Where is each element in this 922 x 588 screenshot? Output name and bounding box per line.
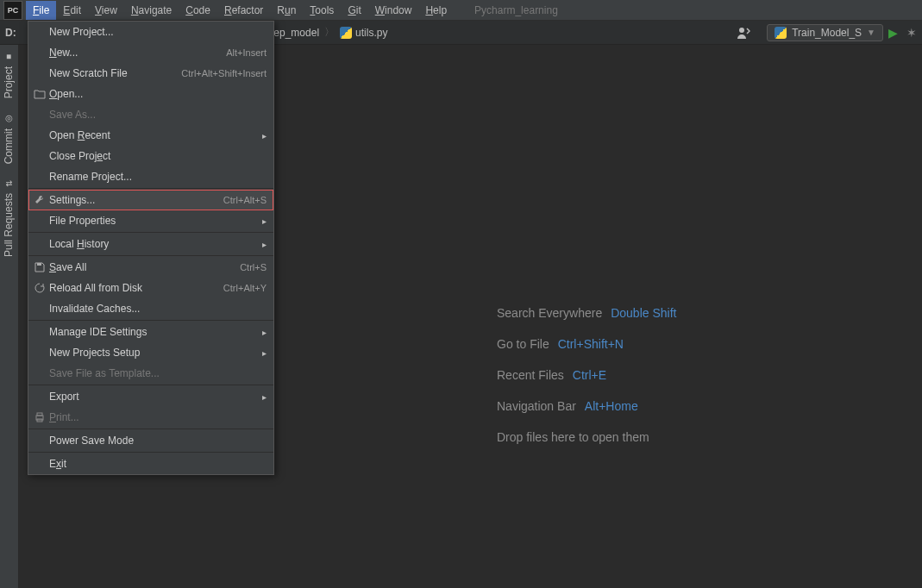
- menu-window[interactable]: Window: [368, 1, 419, 20]
- blank-icon: [32, 149, 47, 163]
- menu-item-print: Print...: [28, 407, 273, 428]
- editor-hint: Go to FileCtrl+Shift+N: [497, 337, 676, 351]
- menu-item-new-project[interactable]: New Project...: [28, 22, 273, 42]
- breadcrumb-separator: 〉: [324, 25, 335, 40]
- menu-item-label: Manage IDE Settings: [49, 326, 262, 338]
- menu-separator: [28, 428, 273, 429]
- menu-item-exit[interactable]: Exit: [28, 454, 273, 474]
- project-name-label: Pycharm_learning: [474, 4, 558, 16]
- menu-file[interactable]: File: [26, 1, 56, 20]
- menu-navigate[interactable]: Navigate: [124, 1, 179, 20]
- tool-tab-pull-requests[interactable]: Pull Requests⇅: [0, 172, 17, 264]
- menu-item-shortcut: Ctrl+Alt+S: [223, 195, 267, 205]
- menu-item-reload-all-from-disk[interactable]: Reload All from DiskCtrl+Alt+Y: [28, 278, 273, 298]
- tool-tab-commit[interactable]: Commit◎: [0, 107, 17, 171]
- menu-item-label: Rename Project...: [49, 171, 267, 183]
- blank-icon: [32, 170, 47, 184]
- blank-icon: [32, 237, 47, 251]
- submenu-arrow-icon: ▸: [262, 328, 267, 337]
- menu-item-new[interactable]: New...Alt+Insert: [28, 42, 273, 63]
- blank-icon: [32, 366, 47, 380]
- menu-item-file-properties[interactable]: File Properties▸: [28, 210, 273, 231]
- editor-hint: Search EverywhereDouble Shift: [497, 306, 676, 320]
- menu-edit[interactable]: Edit: [56, 1, 88, 20]
- hint-label: Drop files here to open them: [497, 430, 649, 444]
- menu-refactor[interactable]: Refactor: [217, 1, 270, 20]
- menu-item-local-history[interactable]: Local History▸: [28, 234, 273, 254]
- blank-icon: [32, 108, 47, 122]
- chevron-down-icon: ▼: [867, 28, 875, 37]
- tool-tab-project[interactable]: Project■: [0, 45, 17, 105]
- menu-item-shortcut: Ctrl+S: [240, 262, 267, 272]
- menu-item-manage-ide-settings[interactable]: Manage IDE Settings▸: [28, 322, 273, 342]
- wrench-icon: [32, 193, 47, 207]
- menu-item-new-scratch-file[interactable]: New Scratch FileCtrl+Alt+Shift+Insert: [28, 63, 273, 84]
- reload-icon: [32, 281, 47, 295]
- tool-window-strip-left: Project■Commit◎Pull Requests⇅: [0, 45, 19, 588]
- hint-shortcut: Double Shift: [611, 306, 676, 320]
- menu-code[interactable]: Code: [179, 1, 217, 20]
- menu-item-save-as: Save As...: [28, 104, 273, 125]
- submenu-arrow-icon: ▸: [262, 348, 267, 358]
- menu-item-open-recent[interactable]: Open Recent▸: [28, 125, 273, 146]
- open-icon: [32, 87, 47, 101]
- menu-help[interactable]: Help: [418, 1, 454, 20]
- tool-tab-label: Pull Requests: [3, 193, 15, 257]
- blank-icon: [32, 457, 47, 471]
- menu-item-new-projects-setup[interactable]: New Projects Setup▸: [28, 342, 273, 363]
- menu-view[interactable]: View: [88, 1, 124, 20]
- menu-item-label: Save File as Template...: [49, 367, 267, 379]
- svg-rect-1: [37, 263, 41, 266]
- breadcrumb-label: eep_model: [268, 27, 319, 39]
- blank-icon: [32, 214, 47, 228]
- breadcrumb-item[interactable]: utils.py: [340, 27, 387, 39]
- menu-item-label: New...: [49, 47, 226, 59]
- blank-icon: [32, 25, 47, 39]
- python-icon: [775, 27, 787, 39]
- gear-icon[interactable]: ✶: [906, 26, 917, 40]
- menu-bar: PC FileEditViewNavigateCodeRefactorRunTo…: [0, 0, 922, 21]
- menu-separator: [28, 255, 273, 256]
- menu-item-power-save-mode[interactable]: Power Save Mode: [28, 430, 273, 451]
- menu-item-label: Reload All from Disk: [49, 282, 223, 294]
- menu-tools[interactable]: Tools: [303, 1, 341, 20]
- menu-item-invalidate-caches[interactable]: Invalidate Caches...: [28, 298, 273, 319]
- editor-hints: Search EverywhereDouble ShiftGo to FileC…: [497, 306, 676, 444]
- menu-item-label: Save All: [49, 261, 240, 273]
- drive-label: D:: [5, 27, 16, 39]
- editor-hint: Drop files here to open them: [497, 430, 676, 444]
- file-menu-dropdown: New Project...New...Alt+InsertNew Scratc…: [28, 21, 274, 475]
- menu-item-label: New Projects Setup: [49, 347, 262, 359]
- blank-icon: [32, 346, 47, 360]
- menu-item-label: Exit: [49, 458, 267, 470]
- menu-item-rename-project[interactable]: Rename Project...: [28, 166, 273, 187]
- menu-separator: [28, 452, 273, 453]
- menu-item-close-project[interactable]: Close Project: [28, 146, 273, 166]
- run-config-dropdown[interactable]: Train_Model_S ▼: [767, 24, 883, 41]
- hint-label: Navigation Bar: [497, 399, 576, 413]
- user-icon[interactable]: [732, 25, 755, 41]
- menu-item-label: Save As...: [49, 109, 267, 121]
- menu-git[interactable]: Git: [341, 1, 367, 20]
- menu-separator: [28, 232, 273, 233]
- hint-shortcut: Ctrl+Shift+N: [558, 337, 624, 351]
- play-icon[interactable]: ▶: [888, 26, 898, 40]
- menu-item-export[interactable]: Export▸: [28, 386, 273, 407]
- menu-item-open[interactable]: Open...: [28, 84, 273, 104]
- menu-item-label: Open Recent: [49, 129, 262, 141]
- hint-shortcut: Alt+Home: [585, 399, 638, 413]
- menu-item-settings[interactable]: Settings...Ctrl+Alt+S: [28, 190, 273, 210]
- breadcrumb-item[interactable]: eep_model: [268, 27, 319, 39]
- menu-item-label: Power Save Mode: [49, 435, 267, 447]
- menu-item-label: Close Project: [49, 150, 267, 162]
- menu-separator: [28, 188, 273, 189]
- menu-item-label: New Scratch File: [49, 67, 181, 79]
- hint-label: Search Everywhere: [497, 306, 602, 320]
- menu-run[interactable]: Run: [270, 1, 303, 20]
- menu-separator: [28, 385, 273, 385]
- menu-item-label: New Project...: [49, 26, 267, 38]
- editor-hint: Recent FilesCtrl+E: [497, 368, 676, 382]
- menu-item-save-all[interactable]: Save AllCtrl+S: [28, 257, 273, 278]
- editor-hint: Navigation BarAlt+Home: [497, 399, 676, 413]
- tool-tab-label: Commit: [3, 128, 15, 164]
